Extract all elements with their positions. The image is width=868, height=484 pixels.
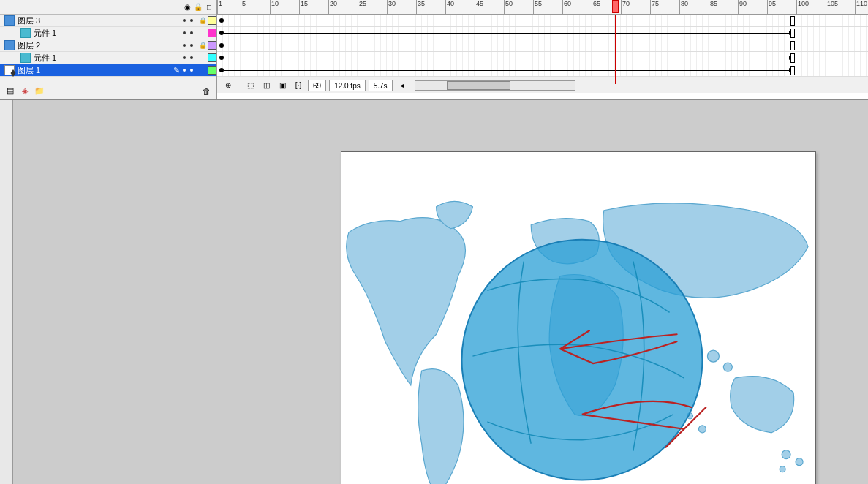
- modify-markers-button[interactable]: [·]: [292, 80, 305, 91]
- layer-name: 图层 3: [18, 15, 183, 26]
- timeline-status-bar: ⊕ ⬚ ◫ ▣ [·] 69 12.0 fps 5.7s ◂: [217, 77, 868, 93]
- layer-swatch[interactable]: [208, 53, 216, 62]
- current-frame: 69: [308, 80, 326, 91]
- layer-row-s3[interactable]: 元件 1: [0, 27, 216, 39]
- timeline-scrollbar[interactable]: [415, 80, 575, 91]
- scroll-left-button[interactable]: ◂: [396, 80, 409, 91]
- end-frame[interactable]: [790, 53, 795, 63]
- layer-name: 元件 1: [34, 53, 183, 64]
- symbol-layer-icon: [20, 53, 31, 63]
- layer-toggles[interactable]: [183, 56, 193, 59]
- keyframe[interactable]: [219, 68, 224, 72]
- layer-row-l1[interactable]: 图层 1 ✎: [0, 64, 216, 77]
- svg-point-7: [461, 240, 702, 480]
- multi-frame-button[interactable]: ▣: [276, 80, 289, 91]
- layer-swatch[interactable]: [208, 16, 216, 25]
- frame-rate: 12.0 fps: [329, 80, 366, 91]
- tween-span[interactable]: [224, 33, 792, 34]
- stage-canvas[interactable]: [341, 151, 816, 484]
- timeline-ruler[interactable]: 1510152025303540455055606570758085909510…: [217, 0, 868, 15]
- onion-outline-button[interactable]: ◫: [260, 80, 273, 91]
- symbol-layer-icon: [20, 28, 31, 38]
- keyframe[interactable]: [219, 18, 224, 23]
- new-layer-button[interactable]: ▤: [4, 86, 16, 97]
- playhead-line: [615, 15, 616, 84]
- layer-swatch[interactable]: [208, 29, 216, 37]
- delete-layer-button[interactable]: 🗑: [200, 86, 212, 97]
- normal-layer-icon: [4, 15, 15, 26]
- svg-point-5: [698, 426, 706, 433]
- layer-lock[interactable]: 🔒: [197, 42, 208, 49]
- layer-swatch[interactable]: [208, 66, 216, 75]
- outline-icon[interactable]: □: [205, 3, 214, 12]
- center-frame-button[interactable]: ⊕: [222, 80, 235, 91]
- layer-name: 图层 1: [18, 65, 173, 76]
- layers-panel: ◉ 🔒 □ 图层 3 🔒 元件 1 图层 2 🔒 元件 1: [0, 0, 217, 99]
- svg-point-4: [780, 466, 785, 472]
- keyframe[interactable]: [219, 56, 224, 60]
- lock-icon[interactable]: 🔒: [194, 3, 203, 12]
- stage-ruler-strip: [0, 100, 13, 484]
- layer-toggles[interactable]: [183, 31, 193, 34]
- svg-point-2: [782, 450, 790, 459]
- elapsed-time: 5.7s: [369, 80, 393, 91]
- onion-skin-button[interactable]: ⬚: [244, 80, 257, 91]
- keyframe[interactable]: [219, 43, 224, 48]
- frame-row-s2[interactable]: [217, 52, 868, 64]
- new-folder-button[interactable]: 📁: [34, 86, 45, 97]
- stage-area[interactable]: [0, 100, 868, 484]
- end-frame[interactable]: [790, 41, 795, 50]
- keyframe[interactable]: [219, 31, 224, 35]
- pencil-icon: ✎: [173, 66, 180, 75]
- normal-layer-icon: [4, 40, 15, 50]
- layer-row-l3[interactable]: 图层 3 🔒: [0, 15, 216, 27]
- svg-point-3: [796, 458, 803, 466]
- layer-toggles[interactable]: [183, 44, 193, 47]
- svg-point-0: [707, 350, 719, 362]
- scrollbar-thumb[interactable]: [447, 81, 510, 90]
- frame-row-l2[interactable]: [217, 39, 868, 52]
- svg-point-1: [723, 363, 732, 371]
- layer-toggles[interactable]: [183, 69, 193, 72]
- layer-name: 元件 1: [34, 28, 183, 39]
- new-motion-button[interactable]: ◈: [19, 86, 31, 97]
- layer-swatch[interactable]: [208, 41, 216, 50]
- end-frame[interactable]: [790, 16, 795, 26]
- tween-span[interactable]: [224, 58, 792, 58]
- frames-panel[interactable]: 1510152025303540455055606570758085909510…: [217, 0, 868, 99]
- frame-row-l1[interactable]: [217, 64, 868, 77]
- frame-row-s3[interactable]: [217, 27, 868, 39]
- playhead[interactable]: [612, 0, 619, 13]
- end-frame[interactable]: [790, 66, 795, 75]
- layers-footer: ▤ ◈ 📁 🗑: [0, 83, 216, 99]
- frame-row-l3[interactable]: [217, 15, 868, 27]
- end-frame[interactable]: [790, 29, 795, 38]
- layer-toggles[interactable]: [183, 19, 193, 22]
- layer-name: 图层 2: [18, 40, 183, 51]
- world-map-artwork: [341, 152, 815, 484]
- tween-span[interactable]: [224, 70, 792, 71]
- layer-row-s2[interactable]: 元件 1: [0, 52, 216, 64]
- edit-layer-icon: [4, 65, 15, 75]
- eye-icon[interactable]: ◉: [183, 3, 192, 12]
- layer-row-l2[interactable]: 图层 2 🔒: [0, 39, 216, 52]
- layer-header: ◉ 🔒 □: [0, 0, 216, 15]
- layer-lock[interactable]: 🔒: [197, 17, 208, 24]
